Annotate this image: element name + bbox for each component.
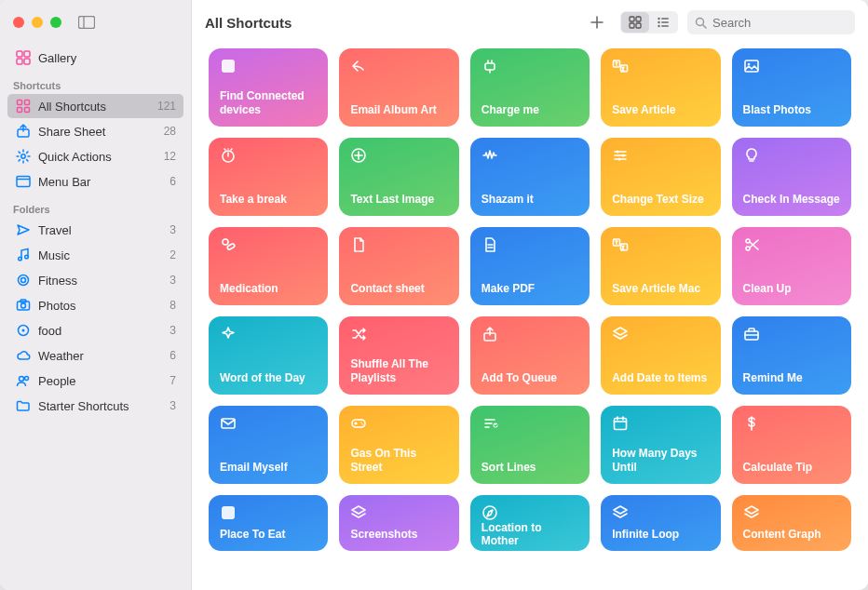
search-field[interactable]	[687, 10, 855, 34]
shortcut-tile-label: Take a break	[220, 193, 317, 206]
sidebar-folder-fitness[interactable]: Fitness 3	[7, 268, 183, 292]
shortcut-tile[interactable]: Word of the Day	[209, 316, 328, 395]
shortcut-tile[interactable]: Add To Queue	[470, 316, 590, 395]
sidebar-item-label: Music	[38, 248, 170, 262]
sidebar-item-label: Weather	[38, 349, 170, 363]
shortcut-tile[interactable]: Find Connected devices	[209, 48, 328, 127]
svg-point-22	[22, 329, 25, 332]
sidebar-item-count: 3	[170, 223, 176, 236]
svg-point-59	[362, 423, 364, 425]
svg-point-29	[658, 18, 659, 20]
grid-view-button[interactable]	[621, 12, 649, 33]
sidebar-item-count: 12	[164, 150, 176, 163]
shortcut-tile[interactable]: Blast Photos	[732, 48, 851, 127]
svg-rect-34	[661, 25, 669, 26]
sidebar-item-label: Quick Actions	[38, 150, 164, 164]
svg-rect-26	[636, 17, 641, 21]
shortcut-tile-label: Medication	[220, 282, 317, 295]
sidebar-toggle-button[interactable]	[78, 16, 95, 29]
upload-icon	[481, 326, 498, 342]
shortcut-tile[interactable]: Check In Message	[732, 138, 851, 216]
shortcut-tile[interactable]: Take a break	[209, 138, 328, 216]
sort-icon	[481, 415, 498, 432]
sidebar-item-count: 3	[170, 399, 176, 412]
shortcut-tile[interactable]: Sort Lines	[470, 406, 590, 484]
main-content: All Shortcuts Find Connect	[192, 0, 868, 590]
search-input[interactable]	[712, 16, 868, 30]
shortcut-tile-label: Check In Message	[743, 193, 840, 206]
sidebar-folder-travel[interactable]: Travel 3	[7, 218, 183, 242]
shortcut-tile[interactable]: Location to Mother	[470, 495, 590, 551]
fullscreen-window-button[interactable]	[50, 17, 61, 28]
shortcut-tile[interactable]: Shuffle All The Playlists	[339, 316, 458, 395]
shortcut-tile-label: Email Album Art	[350, 103, 447, 116]
svg-rect-8	[18, 108, 22, 113]
shortcut-tile-label: Clean Up	[743, 282, 840, 295]
shortcut-tile[interactable]: Gas On This Street	[339, 406, 458, 484]
sparkle-icon	[220, 326, 237, 342]
fitness-icon	[15, 272, 32, 288]
shortcut-tile[interactable]: Save Article	[601, 48, 720, 127]
sidebar-folder-food[interactable]: food 3	[7, 318, 183, 342]
sidebar-folder-music[interactable]: Music 2	[7, 243, 183, 267]
page-title: All Shortcuts	[205, 15, 574, 31]
shortcut-tile[interactable]: Save Article Mac	[601, 227, 720, 305]
shortcut-tile[interactable]: Screenshots	[339, 495, 458, 551]
sidebar-folder-weather[interactable]: Weather 6	[7, 343, 183, 368]
shortcut-tile[interactable]: Remind Me	[732, 316, 851, 395]
list-view-button[interactable]	[649, 12, 677, 33]
shortcut-tile[interactable]: Place To Eat	[209, 495, 328, 551]
shortcut-tile-label: Make PDF	[481, 282, 578, 295]
airplane-icon	[15, 221, 32, 238]
shortcut-tile[interactable]: Infinite Loop	[601, 495, 720, 551]
toolbar: All Shortcuts	[192, 0, 868, 45]
sidebar-folder-people[interactable]: People 7	[7, 369, 183, 393]
sidebar-item-share-sheet[interactable]: Share Sheet 28	[7, 119, 183, 143]
briefcase-icon	[743, 326, 760, 342]
cloud-icon	[15, 347, 32, 364]
svg-point-15	[25, 255, 29, 259]
shortcut-tile[interactable]: Contact sheet	[339, 227, 458, 305]
svg-rect-7	[25, 101, 30, 105]
sidebar-item-gallery[interactable]: Gallery	[7, 46, 183, 70]
shortcut-tile[interactable]: Medication	[209, 227, 328, 305]
svg-rect-25	[630, 17, 634, 21]
shortcut-tile-label: Add Date to Items	[612, 371, 709, 384]
svg-rect-6	[18, 101, 22, 105]
shortcut-tile[interactable]: Shazam it	[470, 138, 590, 216]
people-icon	[15, 372, 32, 389]
shortcut-tile-label: Location to Mother	[481, 521, 578, 548]
sidebar-item-menu-bar[interactable]: Menu Bar 6	[7, 169, 183, 194]
svg-rect-56	[222, 419, 235, 428]
add-shortcut-button[interactable]	[583, 11, 611, 34]
sidebar-folder-starter-shortcuts[interactable]: Starter Shortcuts 3	[7, 394, 183, 418]
shortcut-tile[interactable]: Email Album Art	[339, 48, 458, 127]
close-window-button[interactable]	[13, 17, 24, 28]
svg-rect-5	[24, 59, 30, 64]
sidebar-item-label: Fitness	[38, 274, 170, 288]
shortcut-tile[interactable]: How Many Days Until	[601, 406, 720, 484]
shortcut-tile[interactable]: Text Last Image	[339, 138, 458, 216]
shortcut-tile[interactable]: Make PDF	[470, 227, 590, 305]
sidebar-section-shortcuts: Shortcuts	[0, 76, 191, 93]
app-icon	[220, 504, 237, 521]
shortcut-tile[interactable]: Change Text Size	[601, 138, 720, 216]
shortcut-tile[interactable]: Content Graph	[732, 495, 851, 551]
shortcut-tile[interactable]: Add Date to Items	[601, 316, 720, 395]
sidebar-folder-photos[interactable]: Photos 8	[7, 293, 183, 317]
scissors-icon	[743, 236, 760, 253]
shortcut-tile[interactable]: Calculate Tip	[732, 406, 851, 484]
shortcut-tile[interactable]: Charge me	[470, 48, 590, 127]
svg-rect-4	[17, 59, 22, 64]
shortcut-tile[interactable]: Email Myself	[209, 406, 328, 484]
mail-icon	[220, 415, 237, 432]
minimize-window-button[interactable]	[32, 17, 43, 28]
sidebar-item-quick-actions[interactable]: Quick Actions 12	[7, 144, 183, 168]
grid-scroll[interactable]: Find Connected devices Email Album Art C…	[192, 45, 868, 590]
svg-rect-38	[485, 63, 495, 70]
sidebar-item-all-shortcuts[interactable]: All Shortcuts 121	[7, 94, 183, 118]
gallery-icon	[15, 49, 32, 66]
reply-icon	[350, 58, 367, 74]
plus-circle-icon	[350, 147, 367, 164]
shortcut-tile[interactable]: Clean Up	[732, 227, 851, 305]
